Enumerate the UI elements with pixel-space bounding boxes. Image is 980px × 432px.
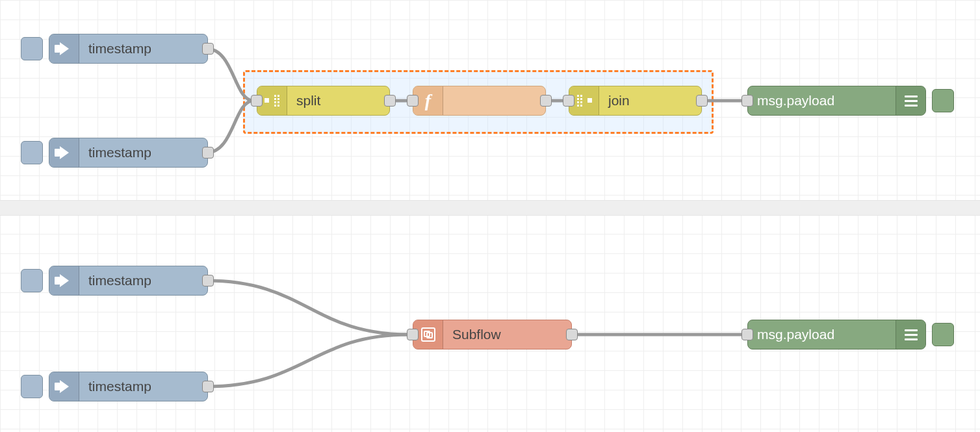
inject-trigger-button[interactable] — [21, 269, 43, 292]
output-port[interactable] — [202, 147, 214, 159]
output-port[interactable] — [566, 329, 578, 340]
output-port[interactable] — [202, 381, 214, 392]
debug-node-1[interactable]: msg.payload — [747, 86, 926, 116]
inject-node-1a[interactable]: timestamp — [49, 34, 208, 64]
node-label: join — [599, 93, 701, 108]
output-port[interactable] — [540, 95, 552, 107]
input-port[interactable] — [407, 329, 419, 340]
output-port[interactable] — [202, 275, 214, 286]
inject-icon — [49, 138, 79, 167]
node-label: timestamp — [79, 273, 207, 288]
output-port[interactable] — [696, 95, 708, 107]
editor-canvas[interactable]: timestamp timestamp split f join msg.pay… — [0, 0, 980, 432]
input-port[interactable] — [741, 95, 753, 107]
subflow-node[interactable]: Subflow — [413, 320, 572, 349]
debug-icon — [896, 320, 925, 349]
debug-toggle-button[interactable] — [932, 323, 954, 346]
output-port[interactable] — [202, 43, 214, 55]
node-label: msg.payload — [748, 93, 896, 108]
wires-layer — [0, 0, 980, 432]
split-node[interactable]: split — [257, 86, 390, 116]
node-label: Subflow — [443, 327, 571, 342]
join-node[interactable]: join — [569, 86, 702, 116]
function-node[interactable]: f — [413, 86, 546, 116]
input-port[interactable] — [251, 95, 263, 107]
node-label: split — [287, 93, 389, 108]
inject-node-2b[interactable]: timestamp — [49, 372, 208, 401]
inject-trigger-button[interactable] — [21, 375, 43, 398]
input-port[interactable] — [563, 95, 574, 107]
input-port[interactable] — [407, 95, 419, 107]
node-label: timestamp — [79, 379, 207, 394]
section-divider — [0, 200, 980, 216]
inject-trigger-button[interactable] — [21, 141, 43, 164]
node-label: timestamp — [79, 41, 207, 57]
debug-toggle-button[interactable] — [932, 89, 954, 112]
inject-icon — [49, 372, 79, 401]
inject-node-1b[interactable]: timestamp — [49, 138, 208, 168]
node-label: timestamp — [79, 145, 207, 160]
debug-icon — [896, 86, 925, 115]
node-label: msg.payload — [748, 327, 896, 342]
debug-node-2[interactable]: msg.payload — [747, 320, 926, 349]
inject-icon — [49, 34, 79, 63]
inject-icon — [49, 266, 79, 295]
inject-node-2a[interactable]: timestamp — [49, 266, 208, 296]
output-port[interactable] — [384, 95, 396, 107]
input-port[interactable] — [741, 329, 753, 340]
inject-trigger-button[interactable] — [21, 37, 43, 60]
